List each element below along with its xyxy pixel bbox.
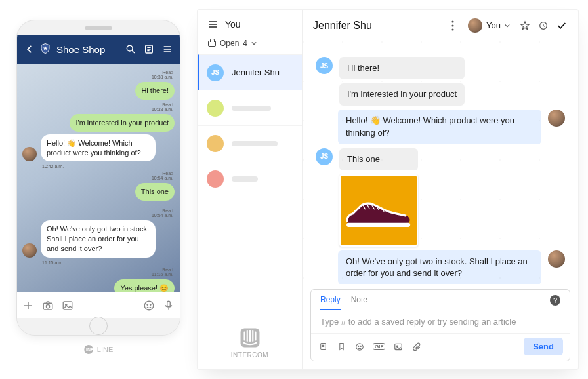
help-icon[interactable]: ? [550,295,560,306]
image-icon[interactable] [393,342,404,352]
search-icon[interactable] [125,43,136,55]
message-meta: Read 11:16 a.m. [22,268,173,277]
line-phone-mockup: Shoe Shop Read 10:38 a.m. Hi there! Read… [16,20,180,336]
conversation-item[interactable] [198,125,302,161]
chevron-down-icon [251,41,257,46]
customer-avatar: JS [316,148,333,165]
line-input-toolbar [17,292,180,318]
home-button[interactable] [89,317,108,335]
line-brand-label: LINELINE [84,345,113,354]
emoji-icon[interactable] [354,342,365,352]
svg-point-31 [452,28,453,30]
menu-icon[interactable] [208,19,219,30]
agent-message: Hello! 👋 Welcome! Which product were you… [338,110,541,144]
inbox-icon [208,41,216,47]
close-conversation-icon[interactable] [556,20,568,31]
customer-message: This one [339,148,418,170]
star-icon[interactable] [519,20,531,31]
customer-message: I'm interested in your product [339,83,465,106]
contact-avatar [22,147,37,161]
outgoing-message: Hi there! [135,82,175,100]
message-meta: 11:15 a.m. [42,260,173,265]
intercom-brand: INTERCOM [198,316,302,369]
more-icon[interactable] [447,20,459,31]
back-icon[interactable] [24,43,35,55]
message-meta: Read 10:54 a.m. [22,209,173,218]
svg-rect-19 [167,301,171,306]
customer-image-message[interactable] [339,174,418,247]
message-meta: Read 10:38 a.m. [22,70,173,79]
outgoing-message: I'm interested in your product [70,114,175,132]
svg-line-2 [132,50,135,53]
incoming-message: Hello! 👋 Welcome! Which product were you… [41,134,156,162]
conversation-name: Jennifer Shu [232,68,280,77]
assignee-label: You [486,20,501,30]
composer-input[interactable]: Type # to add a saved reply or try sendi… [311,310,570,333]
message-meta: 10:42 a.m. [42,164,173,169]
svg-point-17 [147,304,148,305]
line-chat-header: Shoe Shop [17,35,180,64]
svg-point-36 [356,343,364,350]
inbox-sidebar: You Open 4 JS Jennifer Shu [198,10,303,369]
conversation-header: Jennifer Shu You [303,10,578,41]
insert-article-icon[interactable] [318,342,328,352]
incoming-message: Oh! We've only got two in stock. Shall I… [41,220,156,258]
svg-rect-12 [43,303,52,309]
bookmark-icon[interactable] [336,342,346,352]
outgoing-message: This one [135,183,175,201]
svg-point-18 [150,304,152,305]
add-icon[interactable] [22,300,34,311]
customer-avatar: JS [316,57,333,74]
conversation-list: JS Jennifer Shu [198,54,302,196]
intercom-app: You Open 4 JS Jennifer Shu [197,9,579,370]
svg-point-1 [127,45,133,51]
attachment-icon[interactable] [411,342,422,352]
svg-point-30 [452,24,453,26]
svg-point-29 [452,20,453,22]
inbox-filter-count: 4 [243,39,247,48]
inbox-filter-label: Open [220,39,239,48]
chevron-down-icon [505,23,510,28]
conversation-item[interactable] [198,90,302,125]
gif-icon[interactable]: GIF [373,343,385,350]
inbox-filter[interactable]: Open 4 [198,35,302,54]
line-chat-title: Shoe Shop [56,44,118,55]
svg-point-37 [358,346,359,346]
customer-message: Hi there! [339,57,465,79]
tab-note[interactable]: Note [351,295,368,310]
placeholder-line [232,141,278,146]
camera-icon[interactable] [42,300,54,311]
tab-reply[interactable]: Reply [320,295,341,310]
avatar-placeholder [207,170,224,188]
agent-message: Oh! We've only got two in stock. Shall I… [338,250,541,284]
conversation-item[interactable] [198,161,302,196]
verified-shield-icon [39,43,52,56]
assignee-picker[interactable]: You [468,18,510,33]
conversation-item[interactable]: JS Jennifer Shu [198,54,302,90]
avatar-placeholder [207,135,224,152]
assignee-avatar [468,18,482,33]
contact-avatar [22,243,37,258]
emoji-icon[interactable] [143,300,155,311]
avatar-initials: JS [207,64,224,81]
reply-composer: Reply Note ? Type # to add a saved reply… [310,289,570,361]
message-meta: Read 10:54 a.m. [22,171,173,180]
svg-point-13 [46,304,49,308]
conversation-thread: JS Hi there! I'm interested in your prod… [303,41,578,284]
agent-avatar [548,250,565,268]
svg-point-38 [360,346,361,346]
snooze-icon[interactable] [537,20,549,31]
conversation-title: Jennifer Shu [313,20,440,31]
mic-icon[interactable] [163,300,175,311]
svg-rect-14 [63,302,72,309]
message-meta: Read 10:38 a.m. [22,102,173,111]
notes-icon[interactable] [143,43,155,55]
agent-avatar [548,110,565,127]
inbox-owner-label: You [225,19,241,30]
placeholder-line [232,106,271,111]
gallery-icon[interactable] [62,300,74,311]
send-button[interactable]: Send [524,338,563,355]
menu-icon[interactable] [161,43,173,55]
outgoing-message: Yes please! 😊 [114,279,175,292]
placeholder-line [232,176,258,182]
